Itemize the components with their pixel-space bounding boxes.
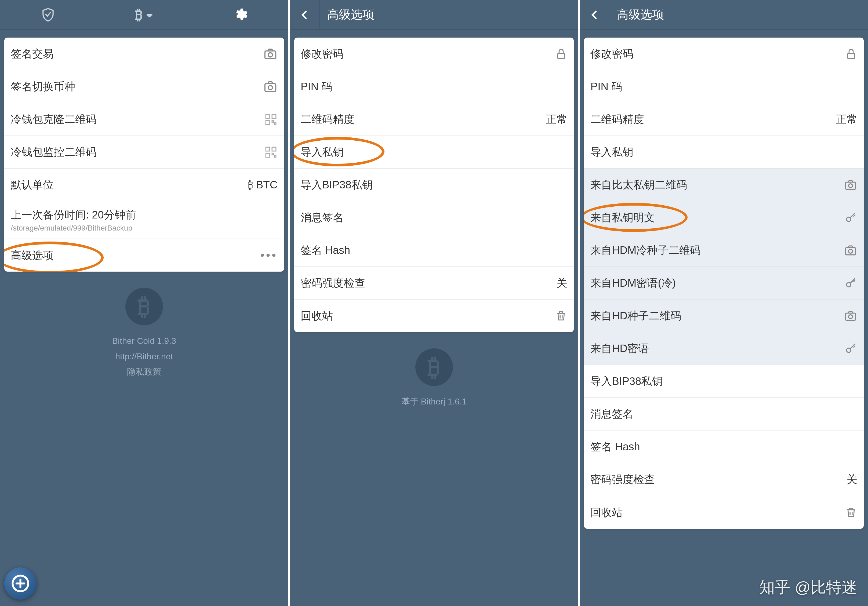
tab-shield[interactable] [0,0,96,29]
svg-rect-6 [266,121,270,125]
row-from-hd-seed-qr[interactable]: 来自HD种子二维码 [584,300,864,332]
row-import-key[interactable]: 导入私钥 [584,136,864,169]
shield-icon [40,7,56,22]
svg-point-3 [268,85,273,90]
row-change-password[interactable]: 修改密码 [294,37,574,70]
qr-icon [264,113,277,126]
row-sign-switch[interactable]: 签名切换币种 [4,70,284,103]
advanced-card-expanded: 修改密码 PIN 码 二维码精度 正常 导入私钥 来自比太私钥二维码 来自私钥明… [584,37,864,529]
svg-point-22 [846,283,851,287]
chevron-left-icon [299,9,310,21]
row-cold-clone-qr[interactable]: 冷钱包克隆二维码 [4,103,284,136]
row-label: PIN 码 [301,79,567,94]
row-from-hd-phrase[interactable]: 来自HD密语 [584,332,864,365]
row-from-plaintext[interactable]: 来自私钥明文 [584,201,864,234]
tab-gear[interactable] [192,0,288,29]
svg-rect-13 [274,155,276,157]
svg-point-24 [849,315,853,318]
row-trash[interactable]: 回收站 [584,496,864,529]
row-label: 回收站 [591,505,840,520]
row-value: ₿ BTC [248,179,277,191]
back-button[interactable] [580,0,609,29]
camera-icon [263,47,277,61]
row-label: 签名 Hash [301,243,567,258]
svg-rect-9 [266,147,270,151]
row-qr-precision[interactable]: 二维码精度 正常 [294,103,574,136]
bitcoin-icon: ₿ ▾ [135,7,153,23]
svg-rect-8 [274,123,276,124]
row-import-key[interactable]: 导入私钥 [294,136,574,169]
trash-icon [555,310,567,322]
row-label: 导入BIP38私钥 [591,374,857,389]
privacy-link[interactable]: 隐私政策 [0,364,288,380]
settings-card: 签名交易 签名切换币种 冷钱包克隆二维码 冷钱包监控二维码 默认单位 ₿ BTC [4,37,284,272]
row-pwd-strength[interactable]: 密码强度检查 关 [294,267,574,300]
row-msg-sign[interactable]: 消息签名 [584,398,864,430]
row-pin[interactable]: PIN 码 [294,70,574,103]
back-button[interactable] [290,0,319,29]
row-label: 冷钱包监控二维码 [11,145,259,159]
key-icon [845,277,857,289]
header-tabs: ₿ ▾ [0,0,288,29]
app-url[interactable]: http://Bither.net [0,349,288,365]
lock-icon [845,48,857,60]
key-icon [845,211,857,224]
row-label: 来自HD密语 [591,341,839,356]
row-sign-hash[interactable]: 签名 Hash [584,430,864,463]
row-sign-tx[interactable]: 签名交易 [4,37,284,70]
row-label: 来自HDM冷种子二维码 [591,243,839,258]
pane-advanced-expanded: 高级选项 修改密码 PIN 码 二维码精度 正常 导入私钥 来自比太私钥二维码 [580,0,868,606]
svg-point-19 [846,217,851,221]
svg-rect-16 [848,53,855,59]
advanced-card: 修改密码 PIN 码 二维码精度 正常 导入私钥 导入BIP38私钥 消息签名 … [294,37,574,332]
row-qr-precision[interactable]: 二维码精度 正常 [584,103,864,136]
row-label: 消息签名 [591,407,857,421]
row-label: 回收站 [301,309,550,323]
row-label: 来自HD种子二维码 [591,308,839,323]
row-import-bip38[interactable]: 导入BIP38私钥 [294,169,574,201]
svg-rect-5 [272,114,276,118]
page-title: 高级选项 [609,7,868,23]
svg-rect-23 [845,313,856,320]
pane-settings: ₿ ▾ 签名交易 签名切换币种 冷钱包克隆二维码 冷钱包监控二维码 [0,0,288,606]
watermark: 知乎 @比特迷 [759,577,857,598]
row-advanced[interactable]: 高级选项 ••• [4,239,284,272]
row-last-backup[interactable]: 上一次备份时间: 20分钟前 /storage/emulated/999/Bit… [4,201,284,239]
row-pin[interactable]: PIN 码 [584,70,864,103]
key-icon [845,342,857,355]
svg-rect-11 [266,153,270,157]
row-sign-hash[interactable]: 签名 Hash [294,234,574,267]
row-sub: /storage/emulated/999/BitherBackup [11,224,277,232]
row-trash[interactable]: 回收站 [294,300,574,332]
svg-rect-17 [845,182,856,189]
row-label: 默认单位 [11,178,242,192]
row-label: 密码强度检查 [301,276,552,291]
row-from-hdm-seed-qr[interactable]: 来自HDM冷种子二维码 [584,234,864,267]
tab-bitcoin[interactable]: ₿ ▾ [96,0,192,29]
row-default-unit[interactable]: 默认单位 ₿ BTC [4,169,284,201]
based-on: 基于 Bitherj 1.6.1 [290,394,578,410]
row-label: 导入BIP38私钥 [301,178,567,192]
row-value: 关 [556,276,567,291]
row-label: 上一次备份时间: 20分钟前 [11,207,277,222]
row-label: PIN 码 [591,79,857,94]
row-change-password[interactable]: 修改密码 [584,37,864,70]
row-from-hdm-phrase[interactable]: 来自HDM密语(冷) [584,267,864,300]
row-cold-monitor-qr[interactable]: 冷钱包监控二维码 [4,136,284,169]
row-import-bip38[interactable]: 导入BIP38私钥 [584,365,864,398]
svg-rect-0 [265,51,276,59]
row-pwd-strength[interactable]: 密码强度检查 关 [584,463,864,496]
add-button[interactable] [4,567,37,600]
row-msg-sign[interactable]: 消息签名 [294,201,574,234]
app-version: Bither Cold 1.9.3 [0,333,288,349]
row-label: 修改密码 [301,46,550,61]
row-from-bither-qr[interactable]: 来自比太私钥二维码 [584,169,864,201]
footer: ₿ 基于 Bitherj 1.6.1 [290,348,578,410]
row-label: 签名切换币种 [11,79,258,94]
row-value: 关 [846,472,857,487]
svg-rect-15 [558,53,565,59]
bitcoin-logo: ₿ [126,288,163,325]
row-label: 来自比太私钥二维码 [591,178,839,192]
pane-advanced: 高级选项 修改密码 PIN 码 二维码精度 正常 导入私钥 导入BIP38私钥 [290,0,578,606]
plus-icon [11,574,30,593]
